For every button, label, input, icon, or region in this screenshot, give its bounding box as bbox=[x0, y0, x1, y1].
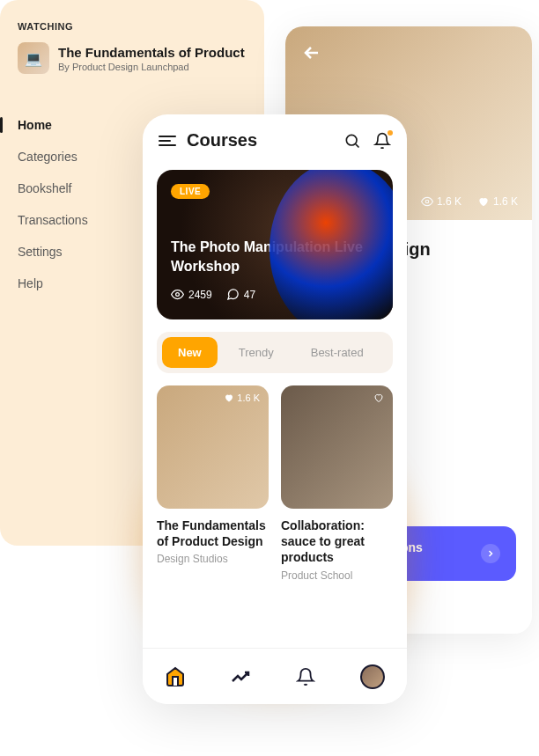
detail-likes-stat[interactable]: 1.6 K bbox=[477, 195, 518, 208]
course-thumbnail bbox=[281, 385, 393, 509]
filter-tabs: New Trendy Best-rated bbox=[157, 332, 393, 373]
watching-course-item[interactable]: 💻 The Fundamentals of Product By Product… bbox=[18, 42, 247, 74]
svg-point-0 bbox=[425, 200, 429, 203]
tab-best-rated[interactable]: Best-rated bbox=[295, 337, 380, 368]
course-grid: 1.6 K The Fundamentals of Product Design… bbox=[143, 385, 407, 582]
tab-new[interactable]: New bbox=[162, 337, 218, 368]
eye-icon bbox=[171, 288, 184, 301]
eye-icon bbox=[421, 195, 433, 208]
course-title: Collaboration: sauce to great products bbox=[281, 517, 393, 566]
watching-heading: WATCHING bbox=[18, 21, 247, 32]
tab-trendy[interactable]: Trendy bbox=[223, 337, 290, 368]
course-card[interactable]: Collaboration: sauce to great products P… bbox=[281, 385, 393, 582]
app-header: Courses bbox=[143, 114, 407, 161]
svg-point-2 bbox=[176, 293, 180, 297]
nav-notifications-icon[interactable] bbox=[295, 666, 316, 687]
courses-app-screen: Courses LIVE The Photo Manipulation Live… bbox=[143, 114, 407, 704]
like-button[interactable]: 1.6 K bbox=[224, 393, 260, 403]
svg-point-1 bbox=[346, 135, 357, 145]
course-title: The Fundamentals of Product Design bbox=[157, 517, 269, 549]
watching-course-byline: By Product Design Launchpad bbox=[58, 62, 245, 72]
course-author: Design Studios bbox=[157, 553, 269, 565]
course-card[interactable]: 1.6 K The Fundamentals of Product Design… bbox=[157, 385, 269, 582]
watching-course-title: The Fundamentals of Product bbox=[58, 45, 245, 60]
heart-icon bbox=[373, 393, 384, 403]
nav-home-icon[interactable] bbox=[165, 666, 186, 687]
heart-icon bbox=[224, 393, 234, 403]
search-icon[interactable] bbox=[343, 132, 361, 150]
notification-dot bbox=[388, 130, 393, 136]
chevron-right-icon bbox=[481, 544, 500, 563]
notifications-icon[interactable] bbox=[373, 132, 391, 150]
page-title: Courses bbox=[187, 130, 333, 150]
comment-icon bbox=[226, 288, 240, 301]
live-views-stat: 2459 bbox=[171, 288, 212, 301]
back-button[interactable] bbox=[301, 42, 326, 67]
bottom-nav bbox=[143, 648, 407, 704]
heart-icon bbox=[477, 195, 490, 208]
live-workshop-card[interactable]: LIVE The Photo Manipulation Live Worksho… bbox=[157, 170, 393, 319]
nav-trending-icon[interactable] bbox=[230, 666, 251, 687]
like-button[interactable] bbox=[373, 393, 384, 403]
course-author: Product School bbox=[281, 569, 393, 582]
menu-icon[interactable] bbox=[159, 136, 176, 146]
live-comments-stat: 47 bbox=[226, 288, 255, 301]
watching-thumbnail: 💻 bbox=[18, 42, 49, 74]
detail-views-stat: 1.6 K bbox=[421, 195, 461, 208]
nav-profile-avatar[interactable] bbox=[360, 664, 385, 689]
live-badge: LIVE bbox=[171, 184, 210, 199]
course-thumbnail: 1.6 K bbox=[157, 385, 269, 509]
live-card-image bbox=[270, 170, 393, 319]
